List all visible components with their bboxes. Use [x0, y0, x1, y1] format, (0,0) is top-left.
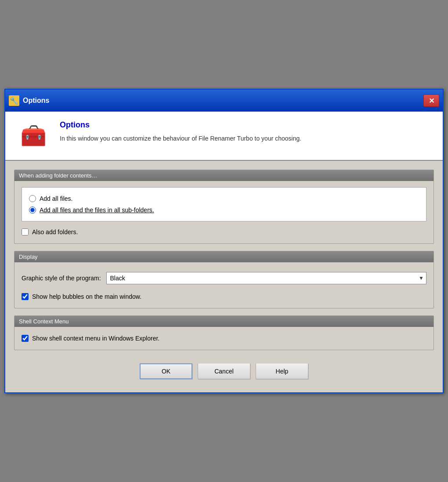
show-context-menu-label[interactable]: Show shell context menu in Windows Explo… [32, 335, 159, 342]
radio-add-all-subfolders-label[interactable]: Add all files and the files in all sub-f… [40, 207, 154, 214]
show-context-menu-checkbox[interactable] [22, 335, 29, 342]
graphic-style-select-wrapper: Black Default Silver Blue ▼ [106, 272, 426, 284]
also-add-folders-checkbox[interactable] [22, 228, 29, 236]
graphic-style-row: Graphic style of the program: Black Defa… [22, 268, 426, 288]
folder-group-body: Add all files. Add all files and the fil… [14, 181, 434, 243]
title-bar: 🔧 Options ✕ [5, 90, 443, 112]
graphic-style-label: Graphic style of the program: [22, 275, 101, 282]
folder-group: When adding folder contents… Add all fil… [14, 170, 434, 244]
show-context-menu-item: Show shell context menu in Windows Explo… [22, 333, 426, 344]
close-button[interactable]: ✕ [423, 94, 439, 107]
display-group: Display Graphic style of the program: Bl… [14, 251, 434, 308]
window-title: Options [23, 97, 49, 105]
radio-add-all-files-label[interactable]: Add all files. [40, 195, 72, 202]
also-add-folders-label[interactable]: Also add folders. [32, 228, 78, 236]
options-dialog: 🔧 Options ✕ 🧰 Options In this window you… [4, 89, 444, 393]
window-icon: 🔧 [9, 95, 19, 106]
header-description: In this window you can customize the beh… [60, 134, 432, 143]
cancel-button[interactable]: Cancel [198, 363, 250, 379]
display-group-body: Graphic style of the program: Black Defa… [14, 262, 434, 308]
radio-group-box: Add all files. Add all files and the fil… [22, 187, 426, 221]
radio-add-all-subfolders[interactable] [29, 207, 36, 214]
show-help-bubbles-item: Show help bubbles on the main window. [22, 291, 426, 302]
show-help-bubbles-checkbox[interactable] [22, 293, 29, 300]
shell-context-group-header: Shell Context Menu [14, 316, 434, 327]
graphic-style-select[interactable]: Black Default Silver Blue [106, 272, 426, 284]
folder-group-header: When adding folder contents… [14, 170, 434, 181]
help-button[interactable]: Help [256, 363, 308, 379]
shell-context-group-body: Show shell context menu in Windows Explo… [14, 327, 434, 350]
title-bar-left: 🔧 Options [9, 95, 49, 106]
header-section: 🧰 Options In this window you can customi… [5, 112, 443, 161]
display-group-header: Display [14, 251, 434, 262]
ok-button[interactable]: OK [140, 363, 192, 379]
radio-add-all-files[interactable] [29, 195, 36, 202]
main-content: When adding folder contents… Add all fil… [5, 161, 443, 392]
buttons-row: OK Cancel Help [14, 357, 434, 384]
header-title: Options [60, 120, 432, 130]
show-help-bubbles-label[interactable]: Show help bubbles on the main window. [32, 293, 141, 300]
radio-item-1: Add all files. [29, 193, 419, 204]
also-add-folders-item: Also add folders. [22, 227, 426, 237]
radio-item-2: Add all files and the files in all sub-f… [29, 204, 419, 216]
shell-context-group: Shell Context Menu Show shell context me… [14, 315, 434, 350]
toolbox-icon: 🧰 [16, 120, 51, 151]
header-content: Options In this window you can customize… [60, 120, 432, 143]
